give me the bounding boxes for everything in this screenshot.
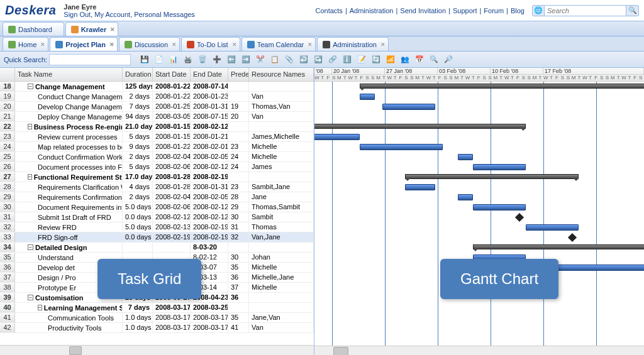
col-enddate[interactable]: End Date: [191, 68, 228, 81]
gantt-bar[interactable]: [473, 244, 644, 249]
gantt-bar[interactable]: [360, 144, 443, 150]
admin-link[interactable]: Administration: [350, 7, 394, 14]
cut-button[interactable]: ✂️: [254, 53, 267, 66]
table-row[interactable]: 28Requirements Clarification Works4 days…: [0, 182, 314, 192]
today-button[interactable]: 📅: [413, 53, 426, 66]
invite-link[interactable]: Send Invitation: [400, 7, 446, 14]
quicksearch-input[interactable]: [49, 54, 131, 65]
tab-project-plan[interactable]: Project Plan✕: [50, 37, 118, 51]
table-row[interactable]: 31Submit 1st Draft of FRD0.0 days2008-02…: [0, 212, 314, 222]
table-row[interactable]: 35Understand8-02-1230Johan: [0, 253, 314, 263]
table-row[interactable]: 18−Change Management125 days2008-01-2220…: [0, 82, 314, 92]
gantt-bar[interactable]: [458, 194, 473, 200]
close-icon[interactable]: ✕: [40, 41, 45, 48]
table-row[interactable]: 25Conduct Confirmation Workshop2 days200…: [0, 152, 314, 162]
table-row[interactable]: 22−Business Process Re-engineering21.0 d…: [0, 122, 314, 132]
table-row[interactable]: 23Review current processes5 days2008-01-…: [0, 132, 314, 142]
gantt-bar[interactable]: [382, 104, 435, 110]
gantt-bar[interactable]: [458, 154, 473, 160]
gantt-bar[interactable]: [473, 204, 526, 210]
gantt-bar[interactable]: [405, 184, 435, 190]
support-link[interactable]: Support: [453, 7, 477, 14]
tab-discussion[interactable]: Discussion✕: [119, 37, 180, 51]
tab-todo[interactable]: To-Do List✕: [181, 37, 240, 51]
zoom-out-button[interactable]: 🔎: [442, 53, 455, 66]
gantt-bar[interactable]: [360, 94, 375, 100]
blog-link[interactable]: Blog: [511, 7, 525, 14]
table-row[interactable]: 19Conduct Change Management Pl2 days2008…: [0, 92, 314, 102]
table-row[interactable]: 33FRD Sign-off0.0 days2008-02-192008-02-…: [0, 232, 314, 243]
collapse-icon[interactable]: −: [28, 84, 33, 89]
search-input[interactable]: [545, 5, 626, 16]
table-row[interactable]: 29Requirements Confirmation work2 days20…: [0, 192, 314, 202]
search-go-icon[interactable]: 🔍: [626, 5, 639, 16]
gantt-bar[interactable]: [314, 134, 360, 140]
tab-administration[interactable]: Administration✕: [317, 37, 389, 51]
close-icon[interactable]: ✕: [110, 26, 115, 33]
copy-button[interactable]: 📋: [269, 53, 281, 66]
contacts-link[interactable]: Contacts: [315, 7, 342, 14]
col-taskname[interactable]: Task Name: [15, 68, 123, 81]
table-row[interactable]: 39−Customisation28 days2008-03-172008-04…: [0, 293, 314, 303]
table-row[interactable]: 27−Functional Requirement Study17.0 days…: [0, 172, 314, 182]
table-row[interactable]: 24Map related processes to best p9 days2…: [0, 142, 314, 152]
redo-button[interactable]: ↪️: [312, 53, 325, 66]
gantt-bar[interactable]: [473, 254, 526, 261]
print-button[interactable]: 🖨️: [182, 53, 194, 66]
col-resources[interactable]: Resource Names: [249, 68, 314, 81]
table-row[interactable]: 40−Learning Management System7 days2008-…: [0, 303, 314, 313]
info-button[interactable]: ℹ️: [341, 53, 353, 66]
collapse-icon[interactable]: −: [28, 244, 33, 250]
close-icon[interactable]: ✕: [172, 41, 177, 48]
table-row[interactable]: 38Prototype Er8-03-1437Michelle: [0, 283, 314, 293]
signout-link[interactable]: Sign Out: [64, 11, 91, 18]
search-scope-icon[interactable]: 🌐: [532, 5, 545, 16]
close-icon[interactable]: ✕: [232, 41, 237, 48]
collapse-icon[interactable]: −: [28, 295, 33, 300]
export-excel-button[interactable]: 📊: [167, 53, 180, 66]
col-startdate[interactable]: Start Date: [153, 68, 191, 81]
resources-button[interactable]: 👥: [399, 53, 411, 66]
gantt-chart[interactable]: [314, 82, 644, 346]
gantt-bar[interactable]: [526, 224, 579, 231]
collapse-icon[interactable]: −: [28, 124, 32, 129]
refresh-button[interactable]: 🔄: [370, 53, 382, 66]
milestone[interactable]: [515, 213, 524, 222]
table-row[interactable]: 36Develop det8-03-0735Michelle: [0, 263, 314, 273]
milestone[interactable]: [568, 233, 577, 242]
progress-button[interactable]: 📶: [384, 53, 397, 66]
table-row[interactable]: 21Deploy Change Management Act94 days200…: [0, 112, 314, 122]
table-row[interactable]: 32Review FRD5.0 days2008-02-132008-02-19…: [0, 222, 314, 232]
col-duration[interactable]: Duration: [123, 68, 153, 81]
close-icon[interactable]: ✕: [380, 41, 386, 48]
forum-link[interactable]: Forum: [484, 7, 504, 14]
table-row[interactable]: 42Productivity Tools1.0 days2008-03-1720…: [0, 323, 314, 333]
table-row[interactable]: 26Document processes into Functi5 days20…: [0, 162, 314, 172]
close-icon[interactable]: ✕: [109, 41, 114, 48]
task-grid[interactable]: 18−Change Management125 days2008-01-2220…: [0, 82, 314, 345]
gantt-bar[interactable]: [314, 124, 526, 129]
messages-link[interactable]: Personal Messages: [134, 11, 195, 18]
add-task-button[interactable]: ➕: [211, 53, 223, 66]
gantt-bar[interactable]: [526, 265, 644, 271]
table-row[interactable]: 37Design / Pro8-03-1336Michelle,Jane: [0, 273, 314, 283]
delete-button[interactable]: 🗑️: [196, 53, 209, 66]
close-icon[interactable]: ✕: [308, 41, 313, 48]
table-row[interactable]: 30Document Requirements into FRD5.0 days…: [0, 202, 314, 212]
table-row[interactable]: 34−Detailed Design8-03-20: [0, 243, 314, 253]
zoom-in-button[interactable]: 🔍: [428, 53, 440, 66]
col-pred[interactable]: Predecessor: [228, 68, 249, 81]
gantt-bar[interactable]: [360, 84, 644, 89]
gantt-bar[interactable]: [405, 174, 579, 179]
tab-home[interactable]: Home✕: [3, 37, 48, 51]
collapse-icon[interactable]: −: [38, 305, 42, 310]
gantt-bar[interactable]: [473, 164, 526, 170]
note-button[interactable]: 📝: [355, 53, 368, 66]
paste-button[interactable]: 📎: [283, 53, 296, 66]
grid-hscroll[interactable]: [0, 345, 314, 355]
collapse-icon[interactable]: −: [28, 174, 32, 180]
undo-button[interactable]: ↩️: [297, 53, 310, 66]
indent-button[interactable]: ➡️: [240, 53, 252, 66]
link-button[interactable]: 🔗: [326, 53, 339, 66]
myaccount-link[interactable]: My Account: [94, 11, 130, 18]
